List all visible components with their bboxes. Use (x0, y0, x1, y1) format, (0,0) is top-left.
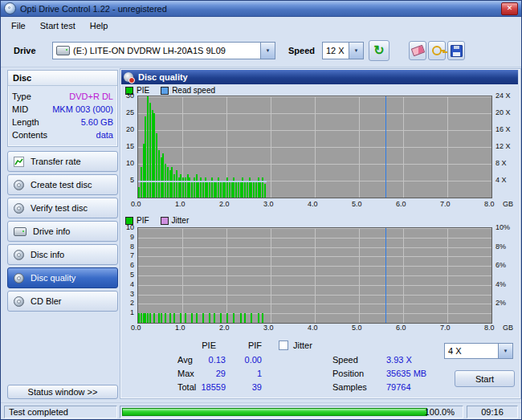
total-pie-value: 18559 (168, 382, 226, 392)
status-window-label: Status window >> (28, 387, 98, 397)
page-title: Disc quality (138, 72, 188, 82)
status-message: Test completed (9, 407, 68, 417)
pif-chart-plot (137, 227, 492, 324)
y-axis-tick-label: 3 (121, 290, 134, 298)
gridline (138, 295, 491, 296)
sidebar-item-label: Transfer rate (31, 157, 81, 166)
sidebar-item-verify-test-disc[interactable]: Verify test disc (7, 198, 118, 218)
sidebar-item-label: Drive info (33, 226, 70, 236)
drive-icon (56, 46, 70, 55)
save-button[interactable] (447, 41, 465, 60)
drive-label: Drive (14, 46, 36, 55)
pif-bar (262, 313, 263, 323)
pif-bar (214, 313, 215, 323)
sidebar-item-disc-quality[interactable]: Disc quality (7, 267, 118, 288)
close-button[interactable]: ✕ (501, 2, 518, 15)
status-message-cell: Test completed (4, 406, 117, 418)
drive-select[interactable]: (E:) LITE-ON DVDRW LH-20A1S 9L09 ▼ (52, 42, 275, 59)
gridline (138, 113, 491, 114)
position-cursor-line (385, 96, 386, 198)
y2-axis-tick-label: 6% (495, 261, 506, 269)
disc-info-row: Length 5.60 GB (12, 116, 113, 128)
y-axis-tick-label: 30 (121, 92, 134, 100)
pif-bar (185, 313, 186, 323)
sidebar: Disc Type DVD+R DL MID MKM 003 (000) Len… (7, 70, 118, 312)
pif-bar (173, 313, 175, 323)
speed-select[interactable]: 12 X ▼ (322, 42, 364, 59)
eraser-icon (410, 45, 425, 57)
y-axis-tick-label: 4 (121, 280, 134, 288)
position-cursor-line (385, 228, 386, 323)
gridline (138, 130, 491, 131)
menu-start-test[interactable]: Start test (33, 18, 83, 33)
disc-length-label: Length (12, 117, 39, 127)
x-axis-tick-label: 4.0 (308, 200, 318, 208)
x-axis-tick-label: 4.0 (308, 324, 318, 332)
disc-contents-label: Contents (12, 130, 47, 140)
y-axis-tick-label: 7 (121, 251, 134, 259)
test-speed-select[interactable]: 4 X ▼ (444, 343, 513, 359)
disc-info-row: MID MKM 003 (000) (12, 103, 113, 116)
menu-help[interactable]: Help (83, 18, 116, 33)
pif-bar (161, 313, 162, 323)
disc-length-value: 5.60 GB (81, 117, 113, 127)
sidebar-item-create-test-disc[interactable]: Create test disc (7, 174, 118, 195)
line-chart-icon (14, 157, 24, 167)
elapsed-time: 09:16 (481, 407, 504, 417)
menu-file[interactable]: File (4, 18, 33, 33)
disc-type-label: Type (12, 92, 31, 101)
x-axis-tick-label: 1.0 (175, 324, 186, 332)
drive-select-value: (E:) LITE-ON DVDRW LH-20A1S 9L09 (70, 46, 226, 55)
y-axis-tick-label: 10 (121, 159, 134, 167)
x-axis-tick-label: 6.0 (396, 324, 406, 332)
y-axis-tick-label: 15 (121, 142, 134, 150)
disc-info-box: Disc Type DVD+R DL MID MKM 003 (000) Len… (7, 70, 118, 147)
position-label: Position (332, 369, 364, 378)
pif-chart-legend: PIFJitter (125, 216, 189, 225)
jitter-checkbox[interactable] (279, 340, 288, 350)
sidebar-item-label: CD Bler (31, 296, 62, 306)
x-axis-tick-label: 1.0 (175, 200, 186, 208)
y-axis-tick-label: 5 (121, 176, 134, 184)
speed-select-value: 12 X (323, 46, 345, 55)
y2-axis-tick-label: 12 X (495, 142, 511, 150)
erase-disc-button[interactable] (409, 41, 426, 60)
sidebar-item-disc-info[interactable]: Disc info (7, 244, 118, 265)
gridline (138, 256, 491, 257)
y-axis-tick-label: 2 (121, 299, 134, 307)
status-window-button[interactable]: Status window >> (7, 385, 118, 399)
results-panel: PIE PIF Jitter Avg 0.13 0.00 Max 29 1 To… (121, 338, 518, 394)
floppy-disk-icon (451, 45, 463, 57)
position-value: 35635 MB (386, 369, 426, 378)
pif-bar (169, 313, 171, 323)
pif-bar (226, 313, 228, 323)
gridline (138, 147, 491, 148)
y-axis-tick-label: 20 (121, 125, 134, 133)
x-axis-tick-label: 6.0 (396, 200, 406, 208)
start-button[interactable]: Start (455, 370, 515, 387)
disc-icon (14, 250, 24, 260)
y2-axis-tick-label: 4 X (495, 176, 507, 184)
disc-icon (14, 203, 24, 214)
x-axis-tick-label: 8.0 (484, 200, 495, 208)
y2-axis-tick-label: 8% (495, 243, 506, 251)
sidebar-item-transfer-rate[interactable]: Transfer rate (7, 151, 118, 172)
pie-chart-plot (137, 96, 492, 198)
sidebar-item-cd-bler[interactable]: CD Bler (7, 291, 118, 312)
register-button[interactable] (428, 41, 446, 60)
pif-chart: PIFJitter 1098765432110%8%6%4%2%0.01.02.… (121, 214, 518, 335)
avg-pie-value: 0.13 (168, 355, 226, 365)
y-axis-tick-label: 10 (121, 223, 134, 231)
pie-bar (264, 184, 266, 198)
chevron-down-icon[interactable]: ▼ (349, 43, 363, 59)
keys-icon (432, 46, 442, 55)
pif-column-header: PIF (219, 340, 262, 350)
y2-axis-tick-label: 2% (495, 299, 506, 307)
y2-axis-tick-label: 4% (495, 280, 506, 288)
refresh-drives-button[interactable]: ↻ (369, 40, 389, 61)
sidebar-item-drive-info[interactable]: Drive info (7, 221, 118, 242)
y-axis-tick-label: 5 (121, 271, 134, 279)
chevron-down-icon[interactable]: ▼ (498, 344, 512, 358)
chevron-down-icon[interactable]: ▼ (260, 43, 275, 59)
gridline (138, 285, 491, 286)
